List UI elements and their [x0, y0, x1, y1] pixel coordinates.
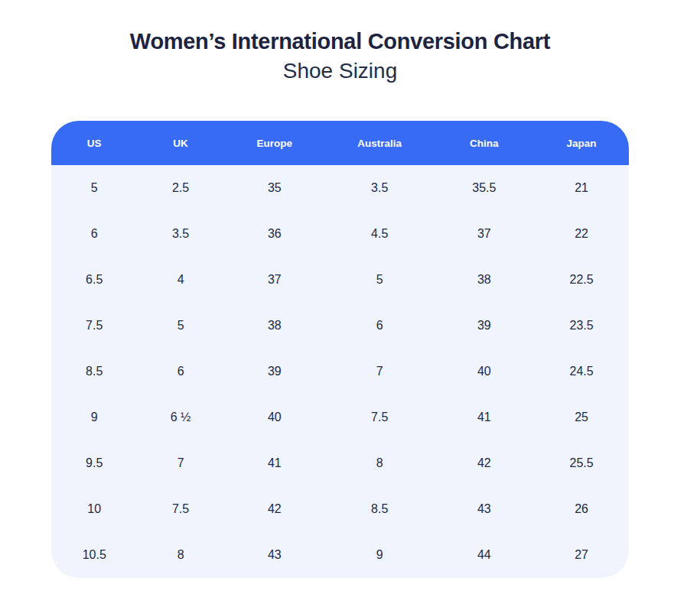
table-row: 63.5364.53722	[51, 211, 629, 257]
size-cell-china: 35.5	[435, 165, 535, 211]
size-cell-china: 38	[435, 257, 535, 303]
size-cell-uk: 7	[137, 440, 223, 486]
size-cell-europe: 35	[224, 165, 325, 211]
size-cell-japan: 23.5	[534, 303, 629, 349]
table-row: 10.584394427	[51, 532, 629, 578]
size-cell-australia: 7	[325, 349, 435, 394]
size-cell-australia: 5	[325, 257, 435, 303]
size-cell-australia: 9	[325, 532, 435, 578]
size-cell-japan: 27	[534, 532, 629, 578]
page-subtitle: Shoe Sizing	[51, 58, 629, 84]
size-cell-europe: 36	[224, 211, 325, 257]
size-cell-japan: 22	[534, 211, 629, 257]
column-header-australia: Australia	[325, 121, 435, 165]
column-header-europe: Europe	[224, 121, 325, 165]
size-cell-australia: 8	[325, 440, 435, 486]
size-cell-uk: 6 ½	[137, 394, 223, 440]
table-row: 6.543753822.5	[51, 257, 629, 303]
table-row: 96 ½407.54125	[51, 394, 629, 440]
conversion-table: USUKEuropeAustraliaChinaJapan 52.5353.53…	[51, 121, 629, 578]
size-cell-uk: 4	[137, 257, 223, 303]
size-cell-us: 10	[51, 486, 137, 532]
size-cell-japan: 25	[534, 394, 629, 440]
size-cell-uk: 5	[137, 303, 223, 349]
size-cell-china: 41	[435, 394, 535, 440]
size-cell-uk: 6	[137, 349, 223, 394]
size-cell-us: 10.5	[51, 532, 137, 578]
size-cell-china: 37	[435, 211, 535, 257]
size-cell-japan: 26	[534, 486, 629, 532]
size-cell-us: 8.5	[51, 349, 137, 394]
size-cell-us: 6	[51, 211, 137, 257]
size-cell-australia: 3.5	[325, 165, 435, 211]
column-header-japan: Japan	[534, 121, 629, 165]
size-cell-japan: 22.5	[534, 257, 629, 303]
page-title: Women’s International Conversion Chart	[51, 28, 629, 55]
table-row: 107.5428.54326	[51, 486, 629, 532]
column-header-china: China	[435, 121, 535, 165]
table-row: 52.5353.535.521	[51, 165, 629, 211]
size-cell-europe: 39	[224, 349, 325, 394]
size-cell-europe: 37	[224, 257, 325, 303]
size-cell-us: 9	[51, 394, 137, 440]
size-cell-australia: 8.5	[325, 486, 435, 532]
table-row: 9.574184225.5	[51, 440, 629, 486]
size-cell-europe: 42	[224, 486, 325, 532]
size-cell-uk: 7.5	[137, 486, 223, 532]
size-cell-japan: 21	[534, 165, 629, 211]
table-row: 8.563974024.5	[51, 349, 629, 394]
size-cell-uk: 8	[137, 532, 223, 578]
size-cell-uk: 2.5	[137, 165, 223, 211]
size-cell-us: 7.5	[51, 303, 137, 349]
size-cell-china: 43	[435, 486, 535, 532]
size-cell-europe: 40	[224, 394, 325, 440]
size-cell-australia: 6	[325, 303, 435, 349]
table-header-row: USUKEuropeAustraliaChinaJapan	[51, 121, 629, 165]
size-cell-us: 5	[51, 165, 137, 211]
table-body: 52.5353.535.52163.5364.537226.543753822.…	[51, 165, 629, 578]
size-cell-europe: 41	[224, 440, 325, 486]
size-cell-australia: 4.5	[325, 211, 435, 257]
column-header-uk: UK	[137, 121, 223, 165]
table-row: 7.553863923.5	[51, 303, 629, 349]
size-cell-us: 9.5	[51, 440, 137, 486]
size-cell-europe: 38	[224, 303, 325, 349]
size-cell-uk: 3.5	[137, 211, 223, 257]
size-cell-japan: 24.5	[534, 349, 629, 394]
column-header-us: US	[51, 121, 137, 165]
size-cell-europe: 43	[224, 532, 325, 578]
size-cell-china: 44	[435, 532, 535, 578]
table-header: USUKEuropeAustraliaChinaJapan	[51, 121, 629, 165]
size-cell-china: 40	[435, 349, 535, 394]
conversion-chart-card: Women’s International Conversion Chart S…	[51, 0, 629, 578]
size-cell-china: 42	[435, 440, 535, 486]
size-cell-japan: 25.5	[534, 440, 629, 486]
size-cell-china: 39	[435, 303, 535, 349]
size-cell-us: 6.5	[51, 257, 137, 303]
size-cell-australia: 7.5	[325, 394, 435, 440]
